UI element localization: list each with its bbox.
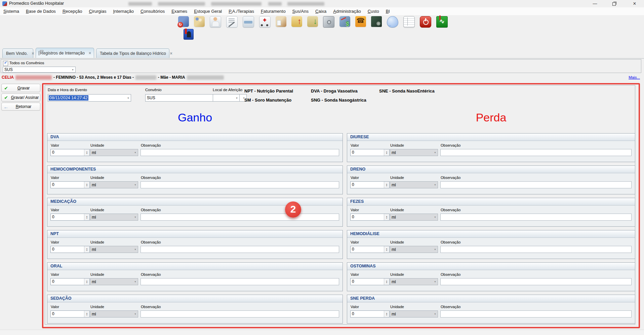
tab-bem-vindo[interactable]: Bem Vindo.× xyxy=(2,48,33,58)
unidade-select[interactable]: ml ▼ xyxy=(390,246,438,253)
menu-item-custo[interactable]: Custo xyxy=(364,7,383,15)
tab-close-icon[interactable]: × xyxy=(168,51,172,56)
phone-book-icon[interactable] xyxy=(355,16,366,27)
observacao-input[interactable] xyxy=(440,278,632,285)
health-record-icon[interactable] xyxy=(436,16,448,28)
unidade-select[interactable]: ml ▼ xyxy=(390,181,438,188)
menu-item-faturamento[interactable]: Faturamento xyxy=(257,7,289,15)
menu-item-interna-o[interactable]: Internação xyxy=(110,7,137,15)
menu-item-exames[interactable]: Exames xyxy=(168,7,191,15)
gravar-button[interactable]: ✔ Gravar xyxy=(1,84,40,92)
menu-item-recep-o[interactable]: Recepção xyxy=(59,7,86,15)
valor-input[interactable]: 0 ▲ ▼ xyxy=(50,246,90,253)
spinner-buttons[interactable]: ▲ ▼ xyxy=(84,214,89,220)
retornar-button[interactable]: ← Retornar xyxy=(1,103,40,111)
minimize-button[interactable]: — xyxy=(588,0,602,7)
observacao-input[interactable] xyxy=(440,246,632,253)
valor-input[interactable]: 0 ▲ ▼ xyxy=(350,278,390,285)
spinner-buttons[interactable]: ▲ ▼ xyxy=(84,278,89,285)
gravar-assinar-button[interactable]: ✔ Gravar/ Assinar xyxy=(1,94,40,102)
ambulance-icon[interactable] xyxy=(259,16,271,28)
observacao-input[interactable] xyxy=(140,310,339,318)
menu-item-cirurgias[interactable]: Cirurgias xyxy=(85,7,110,15)
tab-close-icon[interactable]: × xyxy=(87,51,91,55)
spinner-buttons[interactable]: ▲ ▼ xyxy=(84,246,89,253)
safe-icon[interactable] xyxy=(323,16,334,28)
tab-tabela-de-tipos-de-balan-o-h-drico[interactable]: Tabela de Tipos de Balanço Hídrico× xyxy=(96,48,169,58)
menu-item-sistema[interactable]: Sistema xyxy=(0,7,23,15)
tab-registros-de-interna-o[interactable]: Registros de Internação× xyxy=(36,48,94,58)
mais-link[interactable]: Mais... xyxy=(629,75,640,79)
todos-convenios-checkbox[interactable]: ✔ xyxy=(3,61,8,66)
unidade-select[interactable]: ml ▼ xyxy=(90,214,138,221)
restore-button[interactable] xyxy=(607,0,621,7)
unidade-select[interactable]: ml ▼ xyxy=(90,149,138,156)
valor-input[interactable]: 0 ▲ ▼ xyxy=(350,310,390,318)
menu-item-consult-rios[interactable]: Consultórios xyxy=(137,7,168,15)
local-afericao-select[interactable]: ▼ xyxy=(213,94,240,102)
datetime-input[interactable]: 08/11/2024 14:27:42 ▼ xyxy=(48,94,131,102)
power-icon[interactable] xyxy=(420,16,431,28)
observacao-input[interactable] xyxy=(140,149,339,156)
observacao-input[interactable] xyxy=(140,278,339,285)
unidade-select[interactable]: ml ▼ xyxy=(90,278,138,285)
patient-record-binder-icon[interactable] xyxy=(184,29,194,40)
spinner-buttons[interactable]: ▲ ▼ xyxy=(384,311,389,317)
observacao-input[interactable] xyxy=(440,149,632,156)
convenio-filter-select[interactable]: SUS ▼ xyxy=(3,67,76,73)
spinner-buttons[interactable]: ▲ ▼ xyxy=(384,182,389,188)
valor-input[interactable]: 0 ▲ ▼ xyxy=(350,214,390,221)
valor-input[interactable]: 0 ▲ ▼ xyxy=(50,278,90,285)
ledger-book-icon[interactable] xyxy=(371,16,382,27)
spinner-buttons[interactable]: ▲ ▼ xyxy=(384,246,389,253)
unidade-select[interactable]: ml ▼ xyxy=(90,310,138,318)
observacao-label: Observação xyxy=(441,240,460,244)
spinner-buttons[interactable]: ▲ ▼ xyxy=(384,278,389,285)
doctor-icon[interactable] xyxy=(210,16,221,28)
supplies-icon[interactable] xyxy=(276,16,286,27)
hospital-bed-icon[interactable] xyxy=(243,16,254,28)
menu-item-base-de-dados[interactable]: Base de Dados xyxy=(23,7,59,15)
observacao-input[interactable] xyxy=(440,214,632,221)
menu-item-estoque-geral[interactable]: Estoque Geral xyxy=(191,7,225,15)
unidade-select[interactable]: ml ▼ xyxy=(390,149,438,156)
observacao-input[interactable] xyxy=(140,246,339,253)
close-button[interactable]: × xyxy=(627,0,642,7)
valor-input[interactable]: 0 ▲ ▼ xyxy=(350,246,390,253)
perda-title: Perda xyxy=(347,111,635,124)
sync-user-icon[interactable] xyxy=(178,16,189,27)
expense-down-icon[interactable] xyxy=(307,16,318,27)
valor-input[interactable]: 0 ▲ ▼ xyxy=(50,214,90,221)
menu-item-caixa[interactable]: Caixa xyxy=(312,7,330,15)
spinner-buttons[interactable]: ▲ ▼ xyxy=(384,149,389,156)
spinner-buttons[interactable]: ▲ ▼ xyxy=(384,214,389,220)
chat-bubble-icon[interactable] xyxy=(387,16,398,28)
observacao-input[interactable] xyxy=(140,214,339,221)
observacao-input[interactable] xyxy=(440,181,632,188)
unidade-select[interactable]: ml ▼ xyxy=(90,181,138,188)
unidade-select[interactable]: ml ▼ xyxy=(390,278,438,285)
revenue-up-icon[interactable] xyxy=(291,16,302,27)
valor-input[interactable]: 0 ▲ ▼ xyxy=(50,181,90,188)
unidade-select[interactable]: ml ▼ xyxy=(390,310,438,318)
spinner-buttons[interactable]: ▲ ▼ xyxy=(84,182,89,188)
valor-input[interactable]: 0 ▲ ▼ xyxy=(350,149,390,156)
observacao-input[interactable] xyxy=(140,181,339,188)
unidade-select[interactable]: ml ▼ xyxy=(390,214,438,221)
observacao-input[interactable] xyxy=(440,310,632,318)
patients-folder-icon[interactable] xyxy=(194,16,205,27)
unidade-select[interactable]: ml ▼ xyxy=(90,246,138,253)
menu-item-bi[interactable]: BI xyxy=(383,7,393,15)
finance-chart-icon[interactable] xyxy=(339,16,350,27)
menu-item-p-a-terapias[interactable]: P.A./Terapias xyxy=(225,7,257,15)
tab-close-icon[interactable]: × xyxy=(30,51,34,56)
menu-item-sus-ans[interactable]: Sus/Ans xyxy=(289,7,312,15)
spinner-buttons[interactable]: ▲ ▼ xyxy=(84,311,89,317)
menu-item-administra-o[interactable]: Administração xyxy=(330,7,364,15)
valor-input[interactable]: 0 ▲ ▼ xyxy=(50,310,90,318)
valor-input[interactable]: 0 ▲ ▼ xyxy=(350,181,390,188)
valor-input[interactable]: 0 ▲ ▼ xyxy=(50,149,90,156)
invoice-form-icon[interactable] xyxy=(403,16,415,28)
prescription-document-icon[interactable] xyxy=(226,16,238,28)
spinner-buttons[interactable]: ▲ ▼ xyxy=(84,149,89,156)
